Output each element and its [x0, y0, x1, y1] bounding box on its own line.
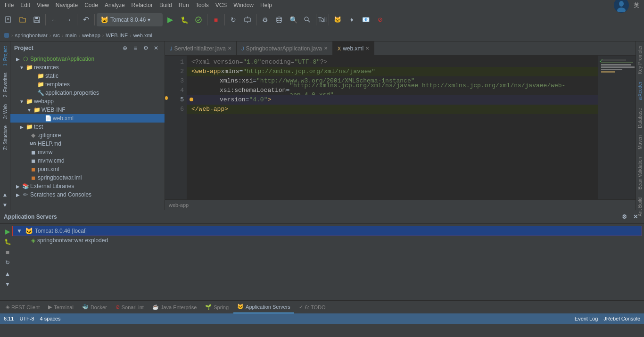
tab-application-servers[interactable]: 🐱 Application Servers: [233, 301, 294, 313]
tree-item-webxml[interactable]: 📄 web.xml: [10, 114, 165, 123]
menu-help[interactable]: Help: [257, 1, 275, 9]
tab-close-1[interactable]: ✕: [228, 46, 231, 51]
server-down-btn[interactable]: ▼: [3, 279, 12, 289]
server-restart-btn[interactable]: ↻: [3, 258, 12, 267]
plugin-btn1[interactable]: 🐱: [331, 13, 344, 26]
server-run-btn[interactable]: ▶: [3, 227, 12, 236]
menu-navigate[interactable]: Navigate: [53, 1, 81, 9]
breadcrumb-root[interactable]: [4, 32, 9, 38]
web-tool-btn[interactable]: 3: Web: [0, 101, 10, 122]
breadcrumb-webxml[interactable]: web.xml: [133, 33, 152, 38]
tree-item-app-props[interactable]: 🔧 application.properties: [10, 89, 165, 97]
stop-button[interactable]: ■: [209, 13, 223, 26]
maven-panel[interactable]: Maven: [636, 132, 644, 153]
tab-close-2[interactable]: ✕: [324, 46, 328, 51]
undo-btn[interactable]: ↶: [79, 13, 92, 26]
key-promoter-panel[interactable]: Key Promoter: [636, 41, 644, 78]
run-config-selector[interactable]: 🐱 Tomcat 8.0.46 ▾: [97, 13, 163, 26]
server-stop-btn[interactable]: ■: [3, 247, 12, 257]
forward-btn[interactable]: →: [62, 13, 75, 26]
back-btn[interactable]: ←: [48, 13, 61, 26]
save-btn[interactable]: [30, 13, 43, 26]
lang-label[interactable]: 英: [631, 0, 642, 10]
menu-build[interactable]: Build: [157, 1, 175, 9]
tree-item-test[interactable]: ▶ 📁 test: [10, 123, 165, 131]
tab-terminal[interactable]: ▶ Terminal: [44, 301, 77, 313]
tab-springbootwarapp[interactable]: J SpringbootwarApplication.java ✕: [237, 41, 333, 56]
collapse-all-btn[interactable]: ▲: [0, 190, 10, 199]
tree-item-scratches[interactable]: ▶ ✏ Scratches and Consoles: [10, 190, 165, 199]
debug-button[interactable]: 🐛: [178, 13, 191, 26]
project-tool-btn[interactable]: 1: Project: [0, 43, 10, 69]
tree-item-gitignore[interactable]: ◆ .gitignore: [10, 131, 165, 140]
tree-item-webapp[interactable]: ▼ 📁 webapp: [10, 97, 165, 106]
aixcoder-panel[interactable]: aiXcoder: [636, 78, 644, 104]
sidebar-gear-btn[interactable]: ⚙: [141, 43, 150, 53]
tab-servletinitializer[interactable]: J ServletInitializer.java ✕: [165, 41, 237, 56]
ant-build-panel[interactable]: Ant Build: [636, 194, 644, 220]
update-btn[interactable]: ↻: [227, 13, 240, 26]
tail-label[interactable]: Tail: [318, 13, 327, 26]
structure-tool-btn[interactable]: Z: Structure: [0, 123, 10, 153]
tree-item-springbootwar-app[interactable]: ▶ ⬡ SpringbootwarApplication: [10, 55, 165, 63]
breadcrumb-main[interactable]: main: [66, 33, 77, 38]
tree-item-mvnwcmd[interactable]: ◼ mvnw.cmd: [10, 156, 165, 165]
run-with-coverage-btn[interactable]: [192, 13, 205, 26]
expand-all-btn[interactable]: ▼: [0, 200, 10, 210]
tab-close-3[interactable]: ✕: [365, 46, 369, 51]
status-position[interactable]: 6:11: [4, 316, 14, 321]
open-btn[interactable]: [16, 13, 29, 26]
tab-webxml[interactable]: X web.xml ✕: [333, 41, 374, 56]
tab-rest-client[interactable]: ◈ REST Client: [2, 301, 43, 313]
status-indent[interactable]: 4 spaces: [40, 316, 61, 321]
menu-code[interactable]: Code: [82, 1, 101, 9]
tab-todo[interactable]: ✓ 6: TODO: [295, 301, 330, 313]
menu-edit[interactable]: Edit: [17, 1, 33, 9]
breadcrumb-src[interactable]: src: [53, 33, 60, 38]
tab-java-enterprise[interactable]: ☕ Java Enterprise: [149, 301, 200, 313]
tab-spring[interactable]: 🌱 Spring: [201, 301, 232, 313]
avatar[interactable]: [614, 0, 629, 13]
menu-file[interactable]: File: [2, 1, 17, 9]
menu-tools[interactable]: Tools: [193, 1, 212, 9]
tree-item-resources[interactable]: ▼ 📁 resources: [10, 63, 165, 72]
database-panel[interactable]: Database: [636, 104, 644, 132]
tree-item-webinf[interactable]: ▼ 📁 WEB-INF: [10, 106, 165, 114]
menu-vcs[interactable]: VCS: [213, 1, 230, 9]
tree-item-external-libs[interactable]: ▶ 📚 External Libraries: [10, 182, 165, 190]
status-encoding[interactable]: UTF-8: [19, 316, 34, 321]
plugin-btn2[interactable]: ♦: [345, 13, 358, 26]
server-item-tomcat[interactable]: ▼ 🐱 Tomcat 8.0.46 [local]: [12, 226, 642, 236]
sidebar-settings-btn[interactable]: ≡: [131, 43, 140, 53]
tomcat-expand-arrow[interactable]: ▼: [17, 228, 22, 234]
tab-sonarlint[interactable]: ⊘ SonarLint: [112, 301, 148, 313]
tree-item-pomxml[interactable]: ◼ pom.xml: [10, 165, 165, 173]
new-file-btn[interactable]: [2, 13, 15, 26]
sidebar-close-btn[interactable]: ✕: [151, 43, 161, 53]
server-debug-btn[interactable]: 🐛: [3, 237, 12, 247]
bottom-panel-settings-btn[interactable]: ⚙: [619, 212, 629, 222]
sdk-btn[interactable]: [241, 13, 254, 26]
breadcrumb-webapp[interactable]: webapp: [82, 33, 100, 38]
find-usages-btn[interactable]: [301, 13, 314, 26]
menu-refactor[interactable]: Refactor: [129, 1, 156, 9]
server-artifact-item[interactable]: ◈ springbootwar:war exploded: [12, 236, 642, 245]
server-up-btn[interactable]: ▲: [3, 269, 12, 279]
settings-btn[interactable]: ⚙: [258, 13, 272, 26]
tab-docker[interactable]: 🐳 Docker: [78, 301, 111, 313]
breadcrumb-webinf[interactable]: WEB-INF: [106, 33, 128, 38]
favorites-tool-btn[interactable]: 2: Favorites: [0, 70, 10, 100]
plugin-btn4[interactable]: ⊘: [373, 13, 387, 26]
search-btn[interactable]: 🔍: [287, 13, 300, 26]
database-btn[interactable]: [272, 13, 286, 26]
tree-item-static[interactable]: 📁 static: [10, 72, 165, 80]
locate-file-btn[interactable]: ⊕: [120, 43, 130, 53]
tree-item-mvnw[interactable]: ◼ mvnw: [10, 148, 165, 156]
tree-item-helpmd[interactable]: MD HELP.md: [10, 140, 165, 148]
status-event-log[interactable]: Event Log: [575, 316, 598, 321]
tree-item-iml[interactable]: ◼ springbootwar.iml: [10, 173, 165, 182]
breadcrumb-springbootwar[interactable]: springbootwar: [15, 33, 48, 38]
plugin-btn3[interactable]: 📧: [359, 13, 372, 26]
tree-item-templates[interactable]: 📁 templates: [10, 80, 165, 89]
menu-run[interactable]: Run: [176, 1, 192, 9]
